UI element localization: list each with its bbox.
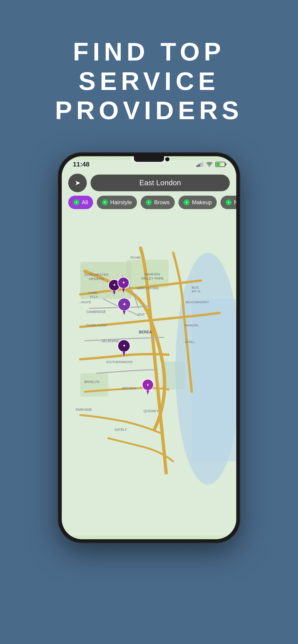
svg-text:SELBORNE: SELBORNE: [102, 339, 119, 343]
svg-text:BEAC: BEAC: [192, 286, 199, 289]
status-time: 11:48: [73, 161, 90, 168]
chip-icon-nails: ✦: [226, 199, 232, 206]
chip-label-brows: Brows: [154, 199, 170, 206]
svg-text:GATELY: GATELY: [114, 428, 127, 432]
location-pill[interactable]: East London: [91, 174, 230, 191]
svg-text:ABBOTSFORD: ABBOTSFORD: [136, 286, 159, 290]
chip-icon-hairstyle: ✦: [102, 199, 108, 206]
svg-text:QUIGNEY: QUIGNEY: [144, 409, 159, 413]
hero-title: FIND TOP SERVICE PROVIDERS: [55, 37, 243, 125]
phone-wrapper: DORCHESTER HEIGHTS NAHOON VALLEY PARK AB…: [59, 153, 239, 542]
chip-label-makeup: Makeup: [192, 199, 212, 206]
svg-rect-2: [192, 299, 236, 461]
svg-text:BAY N...: BAY N...: [192, 290, 202, 293]
svg-point-32: [209, 166, 210, 167]
chip-label-nails: Na...: [234, 199, 236, 206]
map-area: DORCHESTER HEIGHTS NAHOON VALLEY PARK AB…: [62, 156, 236, 539]
battery-icon: ⚡: [215, 162, 225, 167]
phone-shell: DORCHESTER HEIGHTS NAHOON VALLEY PARK AB…: [59, 153, 239, 542]
location-arrow-icon: ➤: [75, 179, 81, 187]
signal-bar-3: [200, 163, 201, 167]
svg-text:PARKSIDE: PARKSIDE: [76, 408, 92, 412]
filter-chip-makeup[interactable]: ✦ Makeup: [178, 196, 217, 209]
svg-text:...HGATE: ...HGATE: [79, 300, 91, 304]
map-marker-3[interactable]: ✦: [117, 298, 131, 315]
map-marker-4[interactable]: ✦: [117, 340, 130, 356]
svg-text:CAMBRIDGE: CAMBRIDGE: [86, 310, 106, 314]
filter-chip-hairstyle[interactable]: ✦ Hairstyle: [97, 196, 137, 209]
svg-text:DORCHESTER: DORCHESTER: [84, 272, 109, 276]
svg-text:BEACONHURST: BEACONHURST: [186, 300, 209, 304]
filter-chip-brows[interactable]: ✦ Brows: [141, 196, 175, 209]
svg-text:VILLA: VILLA: [90, 295, 98, 298]
front-camera: [165, 157, 169, 161]
phone-screen: DORCHESTER HEIGHTS NAHOON VALLEY PARK AB…: [62, 156, 236, 539]
chip-label-all: All: [82, 199, 88, 206]
svg-text:ARCADIA: ARCADIA: [122, 386, 136, 390]
filter-chip-nails[interactable]: ✦ Na...: [220, 196, 236, 209]
location-text: East London: [139, 178, 181, 187]
svg-text:...ENT: ...ENT: [136, 313, 145, 316]
battery-bolt: ⚡: [218, 162, 222, 166]
signal-icon: [197, 162, 203, 167]
wifi-icon: [206, 162, 213, 167]
location-button[interactable]: ➤: [68, 174, 87, 192]
speaker-bar: [134, 156, 164, 162]
signal-bar-2: [198, 164, 200, 167]
hero-section: FIND TOP SERVICE PROVIDERS: [0, 0, 298, 144]
signal-bar-4: [202, 162, 203, 167]
svg-text:NAHOON: NAHOON: [145, 272, 160, 276]
svg-text:CAMB...: CAMB...: [88, 291, 99, 295]
map-marker-5[interactable]: ♦: [142, 379, 154, 395]
status-icons: ⚡: [197, 162, 225, 167]
signal-bar-1: [197, 165, 198, 167]
hero-title-line3: PROVIDERS: [55, 96, 243, 124]
chip-icon-makeup: ✦: [184, 199, 190, 206]
svg-text:SOUTHERNWOOD: SOUTHERNWOOD: [106, 360, 133, 364]
svg-text:BRAELYN: BRAELYN: [85, 380, 99, 384]
svg-text:HEIGHTS: HEIGHTS: [89, 277, 104, 281]
filter-chips: ✦ All ✦ Hairstyle ✦ Brows ✦ Makeup: [68, 196, 236, 209]
svg-rect-5: [80, 373, 108, 396]
chip-icon-brows: ✦: [146, 199, 152, 206]
svg-text:STIRLI...: STIRLI...: [185, 340, 197, 344]
chip-label-hairstyle: Hairstyle: [110, 199, 132, 206]
location-bar-container: ➤ East London: [68, 174, 230, 192]
filter-chip-all[interactable]: ✦ All: [68, 196, 93, 209]
hero-title-line2: SERVICE: [79, 67, 219, 95]
svg-text:NAHOON: NAHOON: [185, 324, 198, 327]
svg-text:BEREA: BEREA: [139, 330, 152, 334]
svg-text:VALLEY PARK: VALLEY PARK: [141, 276, 164, 280]
phone-container: DORCHESTER HEIGHTS NAHOON VALLEY PARK AB…: [0, 144, 298, 542]
svg-text:CHISELHURST: CHISELHURST: [86, 324, 107, 327]
map-marker-2[interactable]: ✦: [117, 277, 130, 293]
svg-text:Ducats: Ducats: [130, 256, 141, 259]
hero-title-line1: FIND TOP: [73, 37, 225, 66]
map-svg: DORCHESTER HEIGHTS NAHOON VALLEY PARK AB…: [62, 156, 236, 539]
chip-icon-all: ✦: [73, 199, 79, 206]
